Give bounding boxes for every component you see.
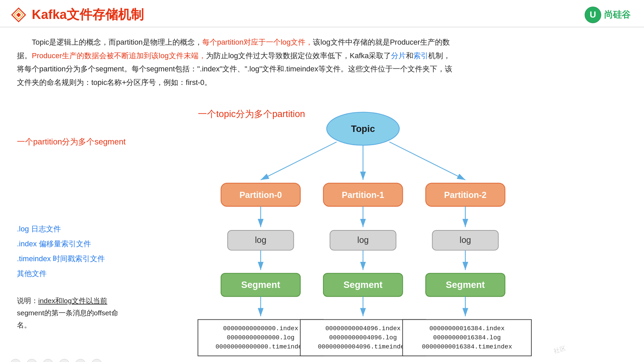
svg-text:Partition-0: Partition-0: [239, 190, 282, 200]
note-prefix: 说明：: [17, 297, 38, 304]
nav-menu-icon[interactable]: ☰: [59, 359, 70, 362]
svg-text:00000000000000.log: 00000000000000.log: [227, 335, 295, 342]
brand-name: 尚硅谷: [604, 9, 630, 21]
left-labels: 一个partition分为多个segment .log 日志文件 .index …: [17, 96, 132, 362]
para-text-1: Topic是逻辑上的概念，而partition是物理上的概念，: [17, 38, 202, 46]
svg-text:00000000000000.index: 00000000000000.index: [223, 325, 298, 332]
svg-text:社区: 社区: [553, 345, 567, 355]
svg-text:00000000000000.timeindex: 00000000000000.timeindex: [215, 344, 306, 351]
logo-icon: [10, 6, 27, 23]
nav-prev-icon[interactable]: ◁: [10, 359, 21, 362]
svg-text:00000000016384.log: 00000000016384.log: [433, 335, 501, 342]
svg-text:log: log: [255, 235, 267, 245]
para-text-8: 文件夹的命名规则为：topic名称+分区序号，例如：first-0。: [17, 78, 212, 87]
svg-line-10: [389, 142, 465, 180]
svg-text:Topic: Topic: [351, 124, 375, 134]
main-content: Topic是逻辑上的概念，而partition是物理上的概念，每个partiti…: [0, 27, 644, 362]
para-highlight-4: 索引: [413, 51, 428, 60]
para-text-6: 机制，: [428, 51, 451, 60]
brand-icon: U: [584, 6, 601, 23]
header-left: Kafka文件存储机制: [10, 6, 144, 23]
para-text-2: 该log文件中存储的就是Producer生产的数: [313, 38, 450, 46]
other-file-label: 其他文件: [17, 266, 132, 281]
svg-text:Segment: Segment: [344, 279, 383, 290]
svg-text:Partition-2: Partition-2: [444, 190, 486, 200]
para-text-7: 将每个partition分为多个segment。每个segment包括：".in…: [17, 65, 452, 73]
log-file-label: .log 日志文件: [17, 222, 132, 236]
bottom-nav: ◁ ▷ ⊙ ☰ ⊞ ···: [10, 359, 102, 362]
file-types: .log 日志文件 .index 偏移量索引文件 .timeindex 时间戳索…: [17, 222, 132, 281]
kafka-diagram: 一个topic分为多个partition Topic Partition-0 P…: [132, 96, 627, 362]
brand-logo: U 尚硅谷: [584, 6, 630, 23]
svg-text:U: U: [590, 9, 596, 20]
note-suffix: segment的第一条消息的offset命名。: [17, 309, 118, 329]
partition-label: 一个partition分为多个segment: [17, 136, 132, 147]
svg-text:Segment: Segment: [241, 279, 280, 290]
svg-text:00000000004096.timeindex: 00000000004096.timeindex: [318, 344, 408, 351]
nav-play-icon[interactable]: ▷: [26, 359, 37, 362]
para-highlight-1: 每个partition对应于一个log文件，: [202, 38, 313, 46]
note-label: 说明：index和log文件以当前 segment的第一条消息的offset命名…: [17, 295, 132, 331]
para-highlight-3: 分片: [391, 51, 406, 60]
intro-paragraph: Topic是逻辑上的概念，而partition是物理上的概念，每个partiti…: [17, 36, 627, 89]
header: Kafka文件存储机制 U 尚硅谷: [0, 0, 644, 27]
para-text-4: 为防止log文件过大导致数据定位效率低下，Kafka采取了: [206, 51, 391, 60]
svg-marker-2: [16, 13, 21, 17]
para-text-5: 和: [406, 51, 413, 60]
svg-text:log: log: [357, 235, 369, 245]
svg-text:00000000004096.index: 00000000004096.index: [325, 325, 400, 332]
svg-text:Segment: Segment: [446, 279, 485, 290]
para-text-3: 据。: [17, 51, 32, 60]
nav-zoom-icon[interactable]: ⊞: [75, 359, 86, 362]
svg-text:Partition-1: Partition-1: [342, 190, 384, 200]
svg-text:00000000016384.index: 00000000016384.index: [429, 325, 504, 332]
note-underline: index和log文件以当前: [38, 297, 107, 304]
index-file-label: .index 偏移量索引文件: [17, 236, 132, 251]
page-title: Kafka文件存储机制: [32, 6, 144, 23]
timeindex-file-label: .timeindex 时间戳索引文件: [17, 251, 132, 266]
svg-text:log: log: [460, 235, 471, 245]
diagram-area: 一个partition分为多个segment .log 日志文件 .index …: [17, 96, 627, 362]
nav-more-icon[interactable]: ···: [91, 359, 102, 362]
svg-text:00000000004096.log: 00000000004096.log: [329, 335, 397, 342]
svg-line-8: [261, 142, 337, 180]
nav-home-icon[interactable]: ⊙: [43, 359, 53, 362]
svg-text:一个topic分为多个partition: 一个topic分为多个partition: [198, 109, 305, 119]
para-highlight-2: Producer生产的数据会被不断追加到该log文件末端，: [32, 51, 206, 60]
svg-text:00000000016384.timeindex: 00000000016384.timeindex: [422, 344, 512, 351]
